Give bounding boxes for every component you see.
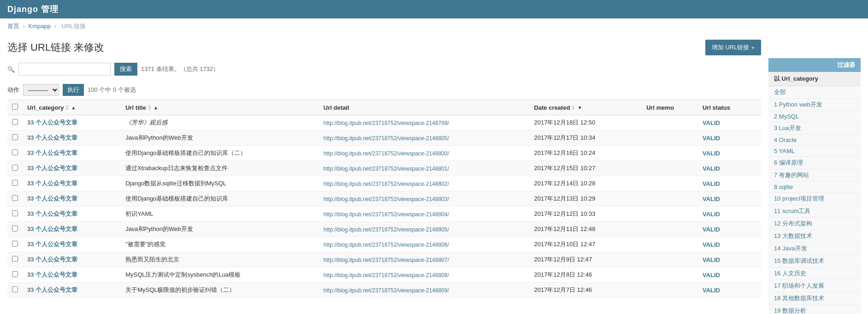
filter-item-link[interactable]: 3 Lua开发 [774, 124, 801, 131]
table-row: 33 个人公众号文章 使用Django基础模板搭建自己的知识库（二） http:… [7, 146, 761, 161]
th-url-category-num: 2 [65, 105, 68, 110]
th-date-created-label: Date created [534, 104, 570, 111]
url-title-link[interactable]: 初识YAML [125, 210, 153, 217]
search-input[interactable] [18, 63, 111, 76]
cell-date-created: 2017年12月16日 10:24 [530, 146, 642, 161]
url-title-link[interactable]: 使用Django基础模板搭建自己的知识库 [125, 195, 228, 202]
search-button[interactable]: 搜索 [114, 63, 137, 76]
url-category-link[interactable]: 33 个人公众号文章 [27, 165, 77, 172]
cell-url-category: 33 个人公众号文章 [23, 130, 121, 146]
url-title-link[interactable]: 关于MySQL极限值的初步验证纠错（二） [125, 286, 235, 293]
filter-item-link[interactable]: 4 Oracle [774, 136, 797, 143]
breadcrumb: 首页 › Kmpapp › URL链接 [0, 18, 868, 34]
breadcrumb-kmpapp[interactable]: Kmpapp [29, 23, 51, 30]
url-detail-link[interactable]: http://blog.itpub.net/23718752/viewspace… [324, 135, 449, 142]
url-category-link[interactable]: 33 个人公众号文章 [27, 119, 77, 126]
table-row: 33 个人公众号文章 Django数据从sqlite迁移数据到MySQL htt… [7, 176, 761, 191]
url-detail-link[interactable]: http://blog.itpub.net/23718752/viewspace… [324, 166, 449, 172]
url-category-link[interactable]: 33 个人公众号文章 [27, 195, 77, 202]
url-detail-link[interactable]: http://blog.itpub.net/23718752/viewspace… [324, 287, 449, 294]
row-checkbox[interactable] [12, 165, 18, 171]
url-detail-link[interactable]: http://blog.itpub.net/23718752/viewspace… [324, 181, 449, 187]
url-category-link[interactable]: 33 个人公众号文章 [27, 256, 77, 263]
url-category-link[interactable]: 33 个人公众号文章 [27, 225, 77, 232]
cell-url-detail: http://blog.itpub.net/23718752/viewspace… [319, 283, 530, 298]
cell-url-category: 33 个人公众号文章 [23, 176, 121, 191]
url-title-link[interactable]: Java和Python的Web开发 [125, 134, 193, 141]
filter-item-link[interactable]: 5 YAML [774, 148, 795, 154]
url-title-link[interactable]: 熟悉而又陌生的北京 [125, 256, 179, 263]
row-checkbox[interactable] [12, 271, 18, 277]
filter-item-link[interactable]: 14 Java开发 [774, 245, 807, 252]
filter-item-link[interactable]: 18 其他数据库技术 [774, 295, 824, 302]
row-checkbox[interactable] [12, 119, 18, 125]
url-detail-link[interactable]: http://blog.itpub.net/23718752/viewspace… [324, 272, 449, 278]
url-status-badge: VALID [703, 150, 720, 157]
select-all-checkbox[interactable] [12, 104, 18, 110]
filter-item-link[interactable]: 13 大数据技术 [774, 232, 812, 239]
filter-item-link[interactable]: 10 project项目管理 [774, 195, 824, 202]
row-checkbox[interactable] [12, 256, 18, 262]
cell-url-status: VALID [698, 207, 761, 222]
cell-url-title: Java和Python的Web开发 [121, 222, 319, 237]
th-url-detail: Url detail [319, 100, 530, 115]
url-detail-link[interactable]: http://blog.itpub.net/23718752/viewspace… [324, 226, 449, 233]
filter-item-link[interactable]: 7 有趣的网站 [774, 172, 809, 178]
url-title-link[interactable]: Django数据从sqlite迁移数据到MySQL [125, 180, 226, 187]
url-detail-link[interactable]: http://blog.itpub.net/23718752/viewspace… [324, 196, 449, 202]
row-checkbox[interactable] [12, 149, 18, 155]
filter-item-link[interactable]: 16 人文历史 [774, 270, 806, 277]
url-title-link[interactable]: 《芳华》观后感 [125, 119, 167, 126]
cell-date-created: 2017年12月14日 10:28 [530, 176, 642, 191]
breadcrumb-home[interactable]: 首页 [7, 23, 19, 30]
cell-url-title: Java和Python的Web开发 [121, 130, 319, 146]
url-detail-link[interactable]: http://blog.itpub.net/23718752/viewspace… [324, 257, 449, 263]
url-category-link[interactable]: 33 个人公众号文章 [27, 210, 77, 217]
filter-item-link[interactable]: 19 数据分析 [774, 307, 806, 314]
url-detail-link[interactable]: http://blog.itpub.net/23718752/viewspace… [324, 242, 449, 248]
url-detail-link[interactable]: http://blog.itpub.net/23718752/viewspace… [324, 150, 449, 157]
url-title-link[interactable]: "被需要"的感觉 [125, 241, 165, 248]
url-title-link[interactable]: 通过Xtrabackup日志来恢复检查点文件 [125, 165, 228, 172]
url-title-link[interactable]: Java和Python的Web开发 [125, 225, 193, 232]
th-url-category[interactable]: Url_category 2 ▲ [23, 100, 121, 115]
row-checkbox[interactable] [12, 195, 18, 201]
th-url-title-sort: ▲ [154, 105, 158, 110]
row-checkbox[interactable] [12, 286, 18, 292]
url-detail-link[interactable]: http://blog.itpub.net/23718752/viewspace… [324, 211, 449, 218]
filter-item-link[interactable]: 6 编译原理 [774, 159, 803, 166]
url-detail-link[interactable]: http://blog.itpub.net/23718752/viewspace… [324, 120, 449, 126]
url-category-link[interactable]: 33 个人公众号文章 [27, 149, 77, 156]
url-category-link[interactable]: 33 个人公众号文章 [27, 180, 77, 187]
url-title-link[interactable]: 使用Django基础模板搭建自己的知识库（二） [125, 149, 246, 156]
url-title-link[interactable]: MySQL压力测试中定制sysbench的Lua模板 [125, 271, 241, 278]
filter-item-link[interactable]: 全部 [774, 89, 786, 95]
th-url-title[interactable]: Url title 3 ▲ [121, 100, 319, 115]
page-title-row: 选择 URL链接 来修改 增加 URL链接 + [7, 34, 761, 59]
filter-item-link[interactable]: 17 职场和个人发展 [774, 282, 824, 289]
row-checkbox[interactable] [12, 210, 18, 216]
filter-item-link[interactable]: 12 分布式架构 [774, 220, 812, 227]
filter-item-link[interactable]: 2 MySQL [774, 113, 799, 120]
cell-url-detail: http://blog.itpub.net/23718752/viewspace… [319, 130, 530, 146]
cell-url-detail: http://blog.itpub.net/23718752/viewspace… [319, 115, 530, 130]
filter-item-link[interactable]: 11 scrum工具 [774, 207, 810, 214]
row-checkbox[interactable] [12, 180, 18, 186]
th-date-created[interactable]: Date created 1 ▼ [530, 100, 642, 115]
table-row: 33 个人公众号文章 使用Django基础模板搭建自己的知识库 http://b… [7, 191, 761, 207]
filter-item-link[interactable]: 15 数据库调试技术 [774, 257, 824, 264]
action-select[interactable]: ---------- [23, 84, 59, 96]
execute-button[interactable]: 执行 [63, 84, 84, 96]
url-category-link[interactable]: 33 个人公众号文章 [27, 271, 77, 278]
filter-item-link[interactable]: 8 sqlite [774, 184, 793, 190]
url-category-link[interactable]: 33 个人公众号文章 [27, 134, 77, 141]
url-category-link[interactable]: 33 个人公众号文章 [27, 286, 77, 293]
cell-date-created: 2017年12月18日 12:50 [530, 115, 642, 130]
add-url-button[interactable]: 增加 URL链接 + [705, 40, 761, 55]
row-checkbox[interactable] [12, 241, 18, 247]
filter-item-link[interactable]: 1 Python web开发 [774, 101, 822, 108]
url-category-link[interactable]: 33 个人公众号文章 [27, 241, 77, 248]
row-checkbox[interactable] [12, 225, 18, 231]
th-url-title-label: Url title [125, 104, 146, 111]
row-checkbox[interactable] [12, 134, 18, 140]
